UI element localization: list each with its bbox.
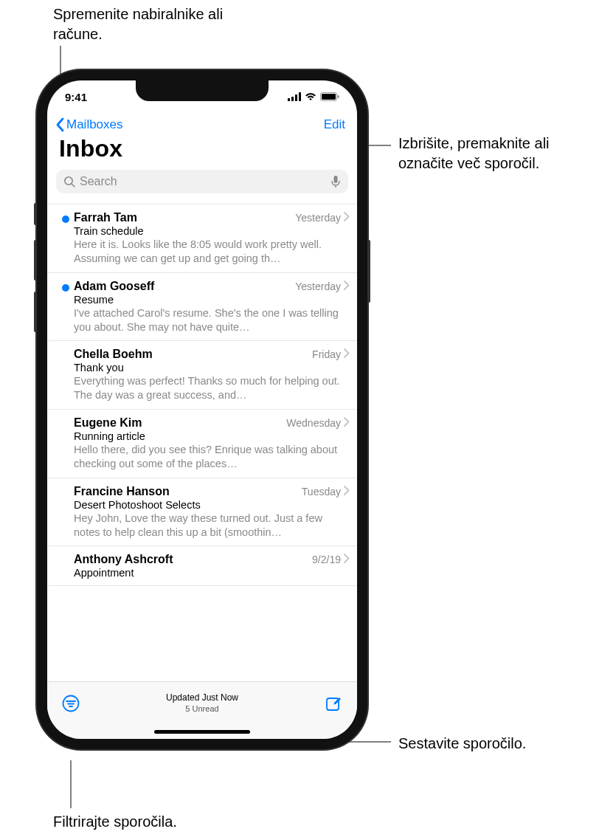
chevron-right-icon: [344, 553, 350, 566]
chevron-left-icon: [55, 117, 65, 132]
preview: Hello there, did you see this? Enrique w…: [74, 443, 350, 471]
side-button: [34, 203, 37, 225]
chevron-right-icon: [344, 280, 350, 293]
title-area: Inbox: [47, 134, 357, 170]
filter-icon: [62, 695, 80, 712]
date: Tuesday: [302, 486, 341, 498]
sender: Farrah Tam: [74, 211, 295, 224]
search-icon: [63, 176, 75, 187]
edit-button[interactable]: Edit: [324, 117, 345, 132]
message-row[interactable]: Chella BoehmFridayThank youEverything wa…: [47, 341, 357, 410]
sender: Anthony Ashcroft: [74, 553, 312, 566]
message-row[interactable]: Eugene KimWednesdayRunning articleHello …: [47, 410, 357, 478]
svg-rect-3: [299, 92, 301, 101]
message-row[interactable]: Farrah TamYesterdayTrain scheduleHere it…: [47, 204, 357, 273]
back-label: Mailboxes: [66, 117, 123, 132]
preview: Here it is. Looks like the 8:05 would wo…: [74, 238, 350, 266]
unread-dot: [62, 216, 69, 223]
annotation-compose: Sestavite sporočilo.: [398, 734, 583, 754]
battery-icon: [320, 92, 339, 101]
cellular-icon: [288, 92, 301, 101]
subject: Train schedule: [74, 225, 350, 237]
unread-dot: [62, 284, 69, 292]
sender: Francine Hanson: [74, 485, 302, 498]
wifi-icon: [305, 92, 316, 101]
unread-indicator-col: [62, 553, 74, 579]
row-top: Francine HansonTuesday: [74, 485, 350, 498]
svg-rect-6: [338, 95, 339, 98]
message-list[interactable]: Farrah TamYesterdayTrain scheduleHere it…: [47, 199, 357, 681]
unread-indicator-col: [62, 348, 74, 402]
row-top: Eugene KimWednesday: [74, 416, 350, 430]
unread-count: 5 Unread: [166, 703, 238, 714]
row-top: Adam GooseffYesterday: [74, 280, 350, 293]
preview: Everything was perfect! Thanks so much f…: [74, 374, 350, 402]
svg-rect-5: [322, 94, 336, 100]
sender: Chella Boehm: [74, 348, 312, 361]
power-button: [367, 240, 370, 303]
subject: Desert Photoshoot Selects: [74, 499, 350, 511]
message-content: Eugene KimWednesdayRunning articleHello …: [74, 416, 350, 471]
svg-rect-2: [295, 94, 297, 101]
home-indicator[interactable]: [47, 724, 357, 739]
chevron-right-icon: [344, 485, 350, 498]
date: Yesterday: [295, 280, 341, 292]
updated-label: Updated Just Now: [166, 692, 238, 704]
row-top: Farrah TamYesterday: [74, 211, 350, 224]
annotation-filter: Filtrirajte sporočila.: [53, 812, 238, 832]
filter-button[interactable]: [60, 695, 81, 712]
mic-icon[interactable]: [331, 175, 341, 188]
page-title: Inbox: [59, 135, 345, 162]
notch: [136, 80, 269, 101]
preview: Hey John, Love the way these turned out.…: [74, 512, 350, 540]
sender: Eugene Kim: [74, 416, 286, 430]
message-content: Anthony Ashcroft9/2/19Appointment: [74, 553, 350, 579]
date: Yesterday: [295, 212, 341, 224]
volume-up-button: [34, 240, 37, 280]
unread-indicator-col: [62, 211, 74, 266]
chevron-right-icon: [344, 348, 350, 361]
preview: I've attached Carol's resume. She's the …: [74, 306, 350, 334]
phone-frame: 9:41 Mailboxes Edit Inbox Farrah: [37, 70, 367, 749]
subject: Resume: [74, 294, 350, 306]
compose-icon: [325, 695, 342, 712]
svg-rect-0: [288, 98, 290, 101]
message-content: Francine HansonTuesdayDesert Photoshoot …: [74, 485, 350, 540]
subject: Thank you: [74, 362, 350, 373]
search-field[interactable]: [56, 170, 348, 193]
back-button[interactable]: Mailboxes: [55, 117, 123, 132]
toolbar: Updated Just Now 5 Unread: [47, 681, 357, 724]
unread-indicator-col: [62, 280, 74, 334]
subject: Running article: [74, 430, 350, 442]
status-right: [288, 92, 339, 101]
search-wrap: [47, 170, 357, 199]
date: 9/2/19: [312, 554, 341, 565]
volume-down-button: [34, 292, 37, 332]
chevron-right-icon: [344, 416, 350, 430]
message-row[interactable]: Adam GooseffYesterdayResumeI've attached…: [47, 273, 357, 342]
search-input[interactable]: [80, 175, 326, 188]
svg-rect-9: [334, 176, 338, 183]
unread-indicator-col: [62, 416, 74, 471]
message-content: Chella BoehmFridayThank youEverything wa…: [74, 348, 350, 402]
screen: 9:41 Mailboxes Edit Inbox Farrah: [47, 80, 357, 739]
date: Wednesday: [286, 417, 341, 429]
message-row[interactable]: Anthony Ashcroft9/2/19Appointment: [47, 546, 357, 586]
message-content: Farrah TamYesterdayTrain scheduleHere it…: [74, 211, 350, 266]
date: Friday: [312, 348, 341, 360]
unread-indicator-col: [62, 485, 74, 540]
status-time: 9:41: [65, 91, 87, 103]
chevron-right-icon: [344, 211, 350, 224]
subject: Appointment: [74, 567, 350, 579]
compose-button[interactable]: [323, 695, 344, 712]
nav-bar: Mailboxes Edit: [47, 113, 357, 134]
annotation-mailboxes: Spremenite nabiralnike ali račune.: [53, 4, 238, 44]
svg-rect-1: [291, 97, 294, 101]
row-top: Anthony Ashcroft9/2/19: [74, 553, 350, 566]
sender: Adam Gooseff: [74, 280, 295, 293]
row-top: Chella BoehmFriday: [74, 348, 350, 361]
status-center: Updated Just Now 5 Unread: [166, 692, 238, 715]
annotation-edit: Izbrišite, premaknite ali označite več s…: [398, 134, 605, 173]
message-content: Adam GooseffYesterdayResumeI've attached…: [74, 280, 350, 334]
message-row[interactable]: Francine HansonTuesdayDesert Photoshoot …: [47, 478, 357, 547]
